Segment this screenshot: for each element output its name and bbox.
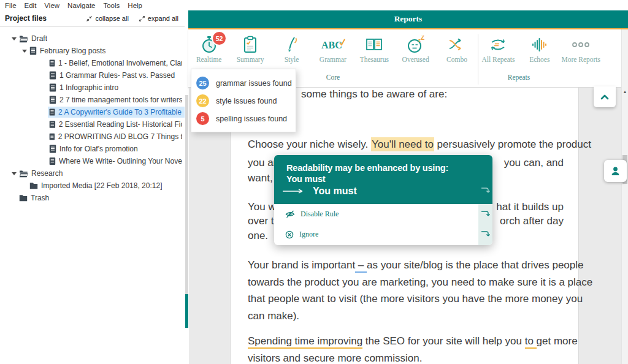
tool-label: Style xyxy=(285,56,299,63)
svg-text:Z: Z xyxy=(421,36,424,41)
disable-rule-action[interactable]: Disable Rule xyxy=(274,204,492,224)
menubar: File Edit View Navigate Tools Help xyxy=(0,0,188,10)
expander-icon[interactable] xyxy=(10,172,18,175)
tree-item-trash[interactable]: Trash xyxy=(0,192,185,204)
collapse-all-button[interactable]: collapse all xyxy=(86,15,128,22)
tool-echoes[interactable]: Echoes xyxy=(519,29,560,63)
user-sidebar-button[interactable] xyxy=(604,160,627,182)
tool-realtime[interactable]: Realtime 52 xyxy=(188,29,229,63)
tool-thesaurus[interactable]: Thesaurus xyxy=(354,29,395,63)
menu-file[interactable]: File xyxy=(5,2,17,9)
tooltip-header: Readability may be enhanced by using: Yo… xyxy=(274,155,492,204)
tool-grammar[interactable]: ABC Grammar xyxy=(312,29,353,63)
apply-arrow-icon xyxy=(481,230,490,238)
suggestion-row[interactable]: You must xyxy=(282,183,492,199)
document-icon xyxy=(49,83,56,92)
document-line: that people want to visit (the more visi… xyxy=(248,293,564,308)
style-issues-row[interactable]: 22 style issues found xyxy=(191,92,296,110)
tool-more-reports[interactable]: More Reports xyxy=(561,29,602,63)
document-icon xyxy=(29,47,37,55)
ignore-action[interactable]: Ignore xyxy=(274,224,492,245)
tool-label: Echoes xyxy=(529,56,550,63)
expand-arrows-icon xyxy=(139,15,145,22)
expand-all-button[interactable]: expand all xyxy=(139,15,178,22)
tree-item-label: 2 Essential Reading List- Historical Fic… xyxy=(59,120,182,129)
sleepy-face-icon: z Z xyxy=(407,36,425,54)
abc-check-icon: ABC xyxy=(321,36,345,54)
apply-arrow-icon xyxy=(481,210,490,218)
tool-overused[interactable]: z Z Overused xyxy=(395,29,436,63)
tree-item-label: Info for Olaf's promotion xyxy=(59,145,138,153)
style-issue-underline[interactable]: to xyxy=(525,335,537,349)
tree-item-infographic-intro[interactable]: 1 Infographic intro xyxy=(0,82,185,94)
menu-edit[interactable]: Edit xyxy=(25,2,37,9)
cycle-arrows-icon xyxy=(489,36,507,54)
menu-view[interactable]: View xyxy=(44,2,59,9)
suggestion-text: You must xyxy=(313,186,357,197)
pencil-icon xyxy=(283,36,300,54)
vertical-scrollbar[interactable]: ▲ xyxy=(621,29,628,364)
grammar-issues-row[interactable]: 25 grammar issues found xyxy=(191,74,296,92)
document-line: towards the product you are marketing, y… xyxy=(248,276,564,291)
tree-item-february-blog-posts[interactable]: February Blog posts xyxy=(0,45,185,57)
tree-item-label: 1 Infographic intro xyxy=(59,83,118,92)
style-count-badge: 22 xyxy=(196,94,209,107)
tool-label: Realtime xyxy=(196,56,222,63)
waveform-icon xyxy=(530,36,549,54)
tree-item-grammar-rules[interactable]: 1 Grammar Rules- Past vs. Passed xyxy=(0,69,185,82)
document-icon xyxy=(49,157,56,165)
grammar-issue-underline[interactable]: – xyxy=(355,259,367,273)
tool-style[interactable]: Style xyxy=(271,29,312,63)
folder-open-icon xyxy=(19,170,28,178)
tooltip-title-line1: Readability may be enhanced by using: xyxy=(286,162,480,173)
folder-icon xyxy=(29,182,38,189)
svg-text:ABC: ABC xyxy=(321,40,342,50)
expander-icon[interactable] xyxy=(20,50,28,53)
tree-item-belief-emotional[interactable]: 1 - Belief, Emotional Involvement, Clari… xyxy=(0,57,185,69)
highlighted-text[interactable]: You'll need to xyxy=(371,137,434,151)
document-icon xyxy=(49,71,56,80)
project-files-header: Project files collapse all expand all xyxy=(0,10,185,27)
tool-label: Thesaurus xyxy=(360,56,389,63)
menu-tools[interactable]: Tools xyxy=(103,2,120,9)
tree-item-label: 1 - Belief, Emotional Involvement, Clari… xyxy=(58,59,182,67)
tree-item-essential-reading-list[interactable]: 2 Essential Reading List- Historical Fic… xyxy=(0,118,185,131)
document-icon xyxy=(49,120,56,129)
tree-item-label: Imported Media [22 Feb 2018, 20:12] xyxy=(41,181,162,190)
tree-item-copywriters-guide-selected[interactable]: 2 A Copywriter's Guide To 3 Profitable C… xyxy=(0,106,185,118)
tool-summary[interactable]: Summary xyxy=(229,29,270,63)
document-line: some things to be aware of are: xyxy=(301,88,564,103)
menu-navigate[interactable]: Navigate xyxy=(67,2,95,9)
clipboard-icon xyxy=(242,36,259,54)
document-icon xyxy=(49,145,56,153)
tree-item-prowriting-aid-blog[interactable]: 2 PROWRITING AID BLOG 7 Things to Master xyxy=(0,131,185,143)
document-icon xyxy=(49,59,55,67)
document-icon xyxy=(49,132,55,141)
scroll-to-top-button[interactable] xyxy=(594,86,616,107)
project-file-tree: Draft February Blog posts 1 - Belief, Em… xyxy=(0,32,185,204)
tree-item-where-we-write[interactable]: Where We Write- Outlining Your Novel v.2 xyxy=(0,155,185,167)
collapse-arrows-icon xyxy=(86,15,93,22)
style-issue-underline[interactable]: Spending time improving xyxy=(248,335,362,349)
document-icon xyxy=(49,108,55,116)
tree-item-time-management[interactable]: 2 7 time management tools for writers xyxy=(0,94,185,106)
tool-label: Overused xyxy=(402,56,429,63)
tool-combo[interactable]: Combo xyxy=(436,29,477,63)
tool-label: Summary xyxy=(237,56,264,63)
tree-item-research[interactable]: Research xyxy=(0,167,185,180)
spelling-issues-row[interactable]: 5 spelling issues found xyxy=(191,110,296,127)
menu-help[interactable]: Help xyxy=(128,2,142,9)
tree-item-draft[interactable]: Draft xyxy=(0,32,185,45)
scrollbar-up-arrow[interactable]: ▲ xyxy=(622,89,628,94)
ellipsis-icon xyxy=(570,36,591,54)
tool-label: All Repeats xyxy=(481,56,515,63)
group-label-repeats: Repeats xyxy=(478,74,560,81)
tree-item-info-for-olaf[interactable]: Info for Olaf's promotion xyxy=(0,143,185,155)
document-line: visitors and secure more commission. xyxy=(248,352,564,364)
toolbar-separator xyxy=(478,34,478,85)
circle-x-icon xyxy=(285,230,294,239)
tree-item-imported-media[interactable]: Imported Media [22 Feb 2018, 20:12] xyxy=(0,180,185,192)
expander-icon[interactable] xyxy=(10,37,18,40)
tool-all-repeats[interactable]: All Repeats xyxy=(478,29,519,63)
document-line: can make). xyxy=(248,310,564,325)
